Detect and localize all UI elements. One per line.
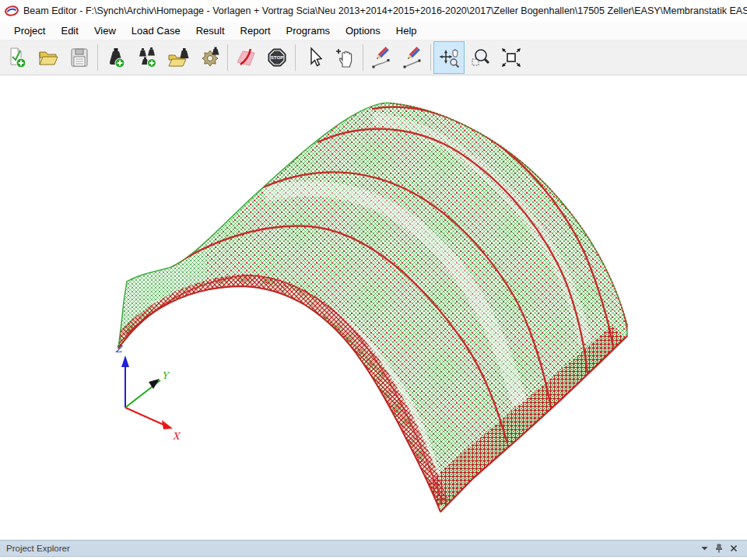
viewport: Z Y X [0, 75, 747, 540]
menubar: Project Edit View Load Case Result Repor… [0, 22, 747, 40]
toolbar-separator [430, 44, 431, 71]
menu-view[interactable]: View [86, 23, 124, 38]
pan-hand-icon [333, 46, 356, 69]
panel-content-strip [0, 557, 747, 559]
menu-programs[interactable]: Programs [279, 23, 338, 38]
toolbar-separator [363, 44, 363, 71]
draw-line-button[interactable] [397, 41, 428, 74]
panel-menu-chevron-icon[interactable] [701, 546, 708, 551]
window-title: Beam Editor - F:\Synch\Archiv\Homepage -… [23, 5, 747, 16]
gear-icon [198, 46, 221, 69]
menu-edit[interactable]: Edit [53, 23, 86, 38]
coordinate-axes: Z Y X [115, 344, 181, 442]
select-tool-button[interactable] [298, 41, 329, 74]
menu-report[interactable]: Report [233, 23, 279, 38]
zoom-extents-icon [500, 46, 523, 69]
new-load-case-button[interactable] [100, 41, 132, 74]
membrane-patch-icon [234, 46, 258, 69]
menu-result[interactable]: Result [188, 23, 233, 38]
titlebar: Beam Editor - F:\Synch\Archiv\Homepage -… [0, 0, 747, 22]
zoom-extents-button[interactable] [496, 41, 527, 74]
easy-logo-icon [5, 5, 19, 16]
draw-curve-button[interactable] [366, 41, 397, 74]
new-load-case-icon [104, 46, 128, 69]
toolbar-separator [227, 44, 228, 71]
project-explorer-panel: Project Explorer [0, 540, 747, 560]
pencil-line-icon [401, 46, 424, 69]
beam-editor-window: Beam Editor - F:\Synch\Archiv\Homepage -… [0, 0, 747, 560]
toolbar-separator [295, 44, 296, 71]
new-load-cases-button[interactable] [132, 41, 163, 74]
menu-options[interactable]: Options [338, 23, 388, 38]
pin-icon[interactable] [715, 544, 723, 553]
project-explorer-titlebar[interactable]: Project Explorer [0, 541, 747, 557]
open-load-case-button[interactable] [163, 41, 194, 74]
stop-calculation-button[interactable]: STOP [261, 41, 293, 74]
toolbar-separator [97, 44, 98, 71]
open-project-button[interactable] [33, 41, 64, 74]
rotate-pan-zoom-button[interactable] [433, 41, 465, 74]
load-case-settings-button[interactable] [194, 41, 225, 74]
save-floppy-icon [68, 46, 91, 69]
rotate-pan-zoom-icon [437, 46, 461, 69]
membrane-structure-wireframe [118, 75, 747, 540]
stop-sign-icon: STOP [265, 46, 289, 69]
x-axis-arrow [162, 420, 173, 429]
membrane-calculation-button[interactable] [230, 41, 261, 74]
new-project-icon [5, 46, 29, 69]
menu-load-case[interactable]: Load Case [124, 23, 188, 38]
3d-viewport[interactable]: Z Y X [0, 75, 747, 540]
menu-project[interactable]: Project [6, 23, 53, 38]
new-project-button[interactable] [2, 41, 33, 74]
x-axis-label: X [173, 431, 181, 442]
new-load-cases-icon [135, 46, 159, 69]
pencil-curve-icon [370, 46, 393, 69]
pan-tool-button[interactable] [329, 41, 360, 74]
zoom-window-button[interactable] [465, 41, 496, 74]
open-folder-icon [37, 46, 60, 69]
toolbar: STOP [0, 40, 747, 75]
project-explorer-title: Project Explorer [6, 544, 701, 553]
z-axis-label: Z [115, 344, 123, 355]
save-project-button[interactable] [64, 41, 95, 74]
open-load-case-icon [167, 46, 190, 69]
close-icon[interactable] [730, 544, 738, 552]
z-axis-arrow [121, 355, 129, 367]
svg-text:STOP: STOP [271, 54, 284, 60]
y-axis-label: Y [162, 370, 170, 381]
menu-help[interactable]: Help [388, 23, 425, 38]
cursor-arrow-icon [302, 46, 325, 69]
zoom-window-icon [468, 46, 492, 69]
